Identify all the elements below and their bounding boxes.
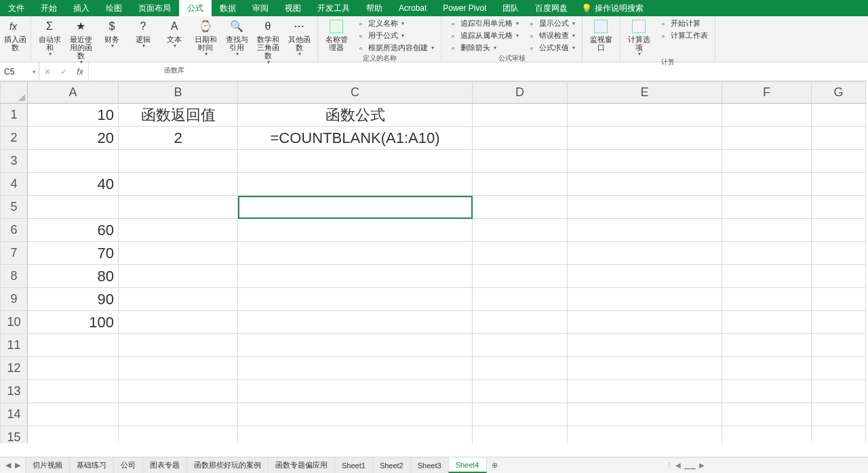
ribbon-tab[interactable]: 公式 [179, 0, 212, 16]
ribbon-small-button[interactable]: ▫错误检查▾ [524, 30, 578, 41]
cell[interactable] [812, 265, 866, 288]
cell[interactable] [722, 357, 812, 380]
column-header[interactable]: E [568, 82, 722, 104]
cell[interactable] [473, 426, 568, 444]
cell[interactable]: 40 [28, 173, 119, 196]
row-header[interactable]: 3 [1, 150, 28, 173]
cell[interactable] [119, 357, 238, 380]
ribbon-small-button[interactable]: ▫根据所选内容创建▾ [353, 42, 437, 54]
ribbon-small-button[interactable]: ▫追踪引用单元格▾ [446, 18, 521, 29]
cell[interactable]: 2 [119, 127, 238, 150]
cell[interactable] [812, 426, 866, 444]
function-library-button[interactable]: ⌚日期和时间▾ [191, 18, 220, 58]
function-library-button[interactable]: ★最近使用的函数▾ [66, 18, 95, 66]
cell[interactable] [568, 150, 722, 173]
cell[interactable] [568, 380, 722, 403]
cell[interactable] [28, 426, 119, 444]
cell[interactable] [568, 104, 722, 127]
cell[interactable] [119, 288, 238, 311]
sheet-tab[interactable]: Sheet1 [334, 457, 373, 473]
cell[interactable] [722, 288, 812, 311]
cell[interactable] [119, 219, 238, 242]
ribbon-tab[interactable]: 开始 [33, 0, 65, 16]
cell[interactable] [238, 380, 473, 403]
cell[interactable] [238, 311, 473, 334]
cell[interactable] [238, 150, 473, 173]
ribbon-tab[interactable]: 百度网盘 [527, 0, 576, 16]
name-manager-button[interactable]: 名称管理器 [322, 18, 351, 52]
cell[interactable] [812, 242, 866, 265]
ribbon-tab[interactable]: 审阅 [244, 0, 277, 16]
cell[interactable] [473, 265, 568, 288]
row-header[interactable]: 5 [1, 196, 28, 219]
cell[interactable] [812, 127, 866, 150]
cell[interactable] [568, 127, 722, 150]
cell[interactable] [812, 334, 866, 357]
cell[interactable] [28, 357, 119, 380]
cell[interactable] [119, 334, 238, 357]
cell[interactable] [473, 150, 568, 173]
ribbon-small-button[interactable]: ▫开始计算 [656, 18, 711, 29]
cell[interactable] [473, 104, 568, 127]
cell[interactable] [722, 242, 812, 265]
cell[interactable]: 80 [28, 265, 119, 288]
cell[interactable]: 90 [28, 288, 119, 311]
row-header[interactable]: 6 [1, 219, 28, 242]
cell[interactable] [238, 219, 473, 242]
cell[interactable]: 70 [28, 242, 119, 265]
cell[interactable] [722, 127, 812, 150]
ribbon-tab[interactable]: 团队 [494, 0, 527, 16]
cell[interactable] [119, 380, 238, 403]
cell[interactable] [722, 426, 812, 444]
cell[interactable] [812, 311, 866, 334]
cell[interactable] [473, 173, 568, 196]
cell[interactable] [473, 380, 568, 403]
row-header[interactable]: 15 [1, 426, 28, 444]
cell[interactable] [238, 334, 473, 357]
cell[interactable] [28, 334, 119, 357]
cell[interactable] [238, 265, 473, 288]
ribbon-tab[interactable]: 开发工具 [309, 0, 358, 16]
cell[interactable] [473, 357, 568, 380]
cell[interactable] [568, 288, 722, 311]
row-header[interactable]: 1 [1, 104, 28, 127]
cell[interactable] [28, 150, 119, 173]
chevron-down-icon[interactable]: ▾ [33, 68, 36, 75]
cell[interactable] [812, 288, 866, 311]
cell[interactable] [119, 265, 238, 288]
ribbon-tab[interactable]: 帮助 [358, 0, 391, 16]
cell[interactable] [473, 196, 568, 219]
cell[interactable] [722, 104, 812, 127]
cell[interactable]: 函数返回值 [119, 104, 238, 127]
cell[interactable] [722, 265, 812, 288]
cell[interactable] [568, 242, 722, 265]
sheet-tab[interactable]: Sheet2 [372, 457, 411, 473]
cell[interactable] [238, 173, 473, 196]
column-header[interactable]: B [119, 82, 238, 104]
cell[interactable] [238, 403, 473, 426]
sheet-tab[interactable]: 函数那些好玩的案例 [186, 457, 269, 473]
cell[interactable] [473, 334, 568, 357]
insert-function-button[interactable]: fx 插入函数 [4, 18, 26, 52]
cell[interactable] [722, 173, 812, 196]
sheet-tab[interactable]: 函数专题偏应用 [268, 457, 335, 473]
function-library-button[interactable]: A文本▾ [160, 18, 189, 49]
cell[interactable] [28, 403, 119, 426]
row-header[interactable]: 12 [1, 357, 28, 380]
row-header[interactable]: 9 [1, 288, 28, 311]
function-library-button[interactable]: ?逻辑▾ [129, 18, 157, 49]
cell[interactable] [568, 173, 722, 196]
function-library-button[interactable]: θ数学和三角函数▾ [254, 18, 282, 66]
cell[interactable]: =COUNTBLANK(A1:A10) [238, 127, 473, 150]
ribbon-tab[interactable]: 页面布局 [130, 0, 179, 16]
column-header[interactable]: G [812, 82, 866, 104]
cell[interactable] [722, 196, 812, 219]
column-header[interactable]: D [473, 82, 568, 104]
ribbon-small-button[interactable]: ▫计算工作表 [656, 30, 711, 41]
cell[interactable] [722, 380, 812, 403]
sheet-tab[interactable]: Sheet4 [448, 457, 487, 473]
cell[interactable] [238, 357, 473, 380]
sheet-nav-next-icon[interactable]: ▶ [15, 461, 20, 470]
cell[interactable] [473, 403, 568, 426]
cell[interactable] [473, 311, 568, 334]
